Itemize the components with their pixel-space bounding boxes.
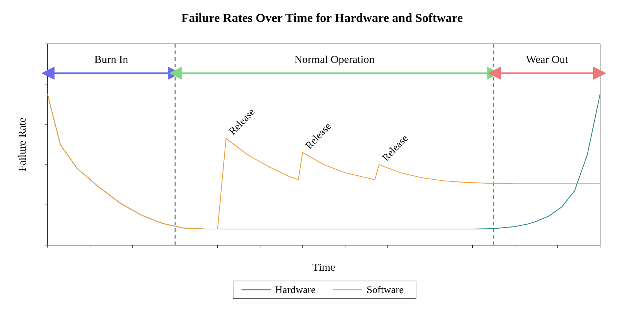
burn-in-label: Burn In (94, 53, 128, 65)
legend-hardware-label: Hardware (275, 284, 315, 295)
legend: Hardware Software (233, 281, 416, 299)
x-ticks (48, 245, 600, 248)
chart-title: Failure Rates Over Time for Hardware and… (181, 11, 463, 25)
x-axis-label: Time (312, 261, 335, 273)
chart-container: Failure Rates Over Time for Hardware and… (0, 0, 644, 330)
wear-out-label: Wear Out (526, 53, 568, 65)
legend-software-label: Software (367, 284, 404, 295)
release-label-2: Release (303, 120, 333, 151)
plot-frame (48, 44, 600, 245)
chart-svg: Failure Rates Over Time for Hardware and… (0, 0, 644, 330)
release-label-1: Release (226, 106, 257, 137)
normal-operation-label: Normal Operation (294, 53, 374, 65)
release-label-3: Release (380, 132, 410, 163)
y-ticks (45, 44, 48, 245)
y-axis-label: Failure Rate (16, 117, 28, 171)
software-series (48, 94, 600, 229)
